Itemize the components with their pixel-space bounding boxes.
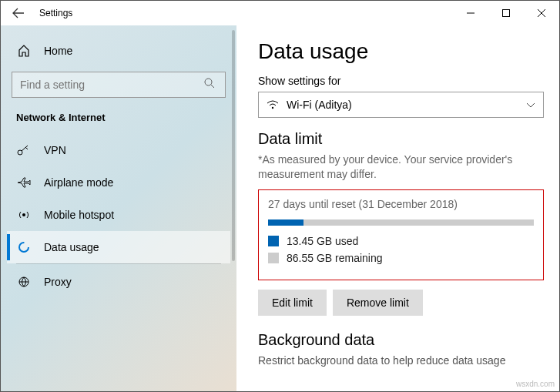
sidebar-item-label: Mobile hotspot bbox=[44, 209, 114, 221]
network-dropdown[interactable]: Wi-Fi (Aditya) bbox=[258, 92, 544, 118]
data-limit-box: 27 days until reset (31 December 2018) 1… bbox=[258, 189, 544, 280]
vpn-icon bbox=[16, 145, 32, 156]
maximize-icon bbox=[502, 9, 510, 17]
back-arrow-icon bbox=[12, 7, 25, 19]
svg-point-8 bbox=[272, 107, 273, 109]
svg-point-5 bbox=[22, 213, 25, 216]
sidebar-scrollbar[interactable] bbox=[232, 30, 235, 261]
sidebar-item-data-usage[interactable]: Data usage bbox=[7, 231, 230, 263]
background-data-heading: Background data bbox=[258, 331, 544, 349]
swatch-remaining bbox=[268, 253, 279, 263]
sidebar-item-label: Data usage bbox=[44, 241, 99, 253]
chevron-down-icon bbox=[526, 98, 535, 112]
measurement-note: *As measured by your device. Your servic… bbox=[258, 152, 544, 182]
search-box[interactable] bbox=[12, 72, 226, 98]
dropdown-value: Wi-Fi (Aditya) bbox=[287, 99, 526, 111]
edit-limit-button[interactable]: Edit limit bbox=[258, 290, 327, 316]
data-limit-heading: Data limit bbox=[258, 130, 544, 148]
remaining-text: 86.55 GB remaining bbox=[287, 252, 383, 264]
sidebar-item-label: Airplane mode bbox=[44, 176, 113, 189]
sidebar-divider bbox=[16, 263, 221, 264]
remove-limit-button[interactable]: Remove limit bbox=[333, 290, 423, 316]
close-icon bbox=[538, 9, 545, 17]
svg-line-3 bbox=[211, 85, 214, 88]
sidebar-item-vpn[interactable]: VPN bbox=[7, 134, 230, 166]
svg-point-2 bbox=[205, 79, 212, 85]
titlebar: Settings bbox=[1, 1, 559, 25]
home-label: Home bbox=[44, 45, 72, 57]
section-title: Network & Internet bbox=[7, 112, 230, 134]
back-button[interactable] bbox=[1, 1, 36, 25]
minimize-icon bbox=[467, 9, 474, 17]
usage-progress-fill bbox=[268, 219, 303, 226]
home-icon bbox=[16, 45, 32, 57]
sidebar-item-proxy[interactable]: Proxy bbox=[7, 266, 230, 298]
sidebar: Home Network & Internet VPN Airplane mod… bbox=[1, 25, 236, 391]
main-panel: Data usage Show settings for Wi-Fi (Adit… bbox=[236, 25, 559, 391]
sidebar-item-label: VPN bbox=[44, 144, 66, 156]
legend-used: 13.45 GB used bbox=[268, 235, 534, 247]
svg-rect-1 bbox=[503, 10, 510, 17]
sidebar-item-label: Proxy bbox=[44, 276, 72, 288]
proxy-icon bbox=[16, 276, 32, 288]
maximize-button[interactable] bbox=[488, 1, 524, 25]
background-data-note: Restrict background data to help reduce … bbox=[258, 353, 544, 368]
svg-point-6 bbox=[19, 243, 29, 252]
search-input[interactable] bbox=[20, 79, 203, 91]
show-settings-label: Show settings for bbox=[258, 75, 544, 87]
airplane-icon bbox=[16, 176, 32, 189]
usage-progress-bar bbox=[268, 219, 534, 226]
hotspot-icon bbox=[16, 209, 32, 221]
close-button[interactable] bbox=[524, 1, 559, 25]
used-text: 13.45 GB used bbox=[287, 235, 358, 247]
wifi-icon bbox=[267, 100, 279, 109]
home-nav[interactable]: Home bbox=[7, 35, 230, 67]
page-heading: Data usage bbox=[258, 39, 544, 64]
limit-buttons: Edit limit Remove limit bbox=[258, 290, 544, 316]
app-title: Settings bbox=[36, 8, 72, 18]
legend-remaining: 86.55 GB remaining bbox=[268, 252, 534, 264]
sidebar-item-hotspot[interactable]: Mobile hotspot bbox=[7, 199, 230, 231]
sidebar-item-airplane[interactable]: Airplane mode bbox=[7, 166, 230, 199]
search-icon bbox=[203, 77, 217, 92]
watermark: wsxdn.com bbox=[516, 380, 555, 388]
swatch-used bbox=[268, 236, 279, 246]
data-usage-icon bbox=[16, 241, 32, 253]
window-controls bbox=[453, 1, 559, 25]
reset-line: 27 days until reset (31 December 2018) bbox=[268, 198, 534, 210]
minimize-button[interactable] bbox=[453, 1, 488, 25]
